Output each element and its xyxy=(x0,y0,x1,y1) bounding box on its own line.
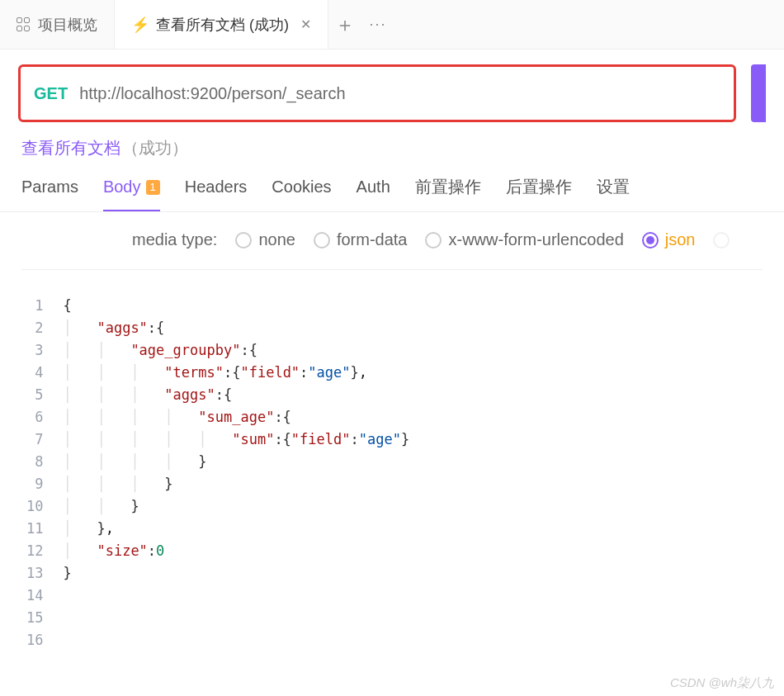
request-box[interactable]: GET http://localhost:9200/person/_search xyxy=(18,64,736,122)
tab-params[interactable]: Params xyxy=(21,176,78,211)
radio-icon xyxy=(713,232,730,249)
radio-extra[interactable] xyxy=(713,232,730,249)
watermark: CSDN @wh柒八九 xyxy=(670,675,774,691)
tab-body[interactable]: Body1 xyxy=(103,176,160,211)
tab-cookies[interactable]: Cookies xyxy=(272,176,331,211)
breadcrumb-link[interactable]: 查看所有文档 xyxy=(21,137,120,159)
radio-icon xyxy=(314,232,330,249)
tab-label: 项目概览 xyxy=(38,15,97,35)
send-button[interactable] xyxy=(751,64,766,122)
close-icon[interactable]: ✕ xyxy=(300,17,311,32)
tab-headers[interactable]: Headers xyxy=(185,176,248,211)
breadcrumb-suffix: （成功） xyxy=(122,137,188,159)
code-editor[interactable]: 12345678910111213141516 { │ "aggs":{ │ │… xyxy=(21,269,763,651)
line-gutter: 12345678910111213141516 xyxy=(21,295,63,651)
body-badge: 1 xyxy=(146,180,160,195)
http-method[interactable]: GET xyxy=(34,84,68,103)
request-url[interactable]: http://localhost:9200/person/_search xyxy=(79,84,345,103)
request-row: GET http://localhost:9200/person/_search xyxy=(18,64,766,122)
tab-auth[interactable]: Auth xyxy=(357,176,390,211)
tabs-bar: 项目概览 ⚡ 查看所有文档 (成功) ✕ ＋ ··· xyxy=(0,0,784,50)
tab-overview[interactable]: 项目概览 xyxy=(0,0,115,49)
media-label: media type: xyxy=(132,230,217,249)
media-type-row: media type: none form-data x-www-form-ur… xyxy=(132,230,784,249)
radio-urlencoded[interactable]: x-www-form-urlencoded xyxy=(425,230,623,249)
radio-json[interactable]: json xyxy=(642,230,696,249)
code-body[interactable]: { │ "aggs":{ │ │ "age_groupby":{ │ │ │ "… xyxy=(63,295,409,651)
radio-icon xyxy=(642,232,659,249)
doc-icon: ⚡ xyxy=(131,16,149,34)
radio-icon xyxy=(425,232,442,249)
breadcrumb: 查看所有文档 （成功） xyxy=(21,137,763,159)
grid-icon xyxy=(17,17,31,32)
tab-pre-action[interactable]: 前置操作 xyxy=(415,176,481,211)
add-tab-button[interactable]: ＋ xyxy=(328,12,361,38)
radio-form-data[interactable]: form-data xyxy=(314,230,408,249)
tab-settings[interactable]: 设置 xyxy=(597,176,630,211)
more-tabs-button[interactable]: ··· xyxy=(361,16,394,33)
tab-label: 查看所有文档 (成功) xyxy=(156,15,289,35)
request-tabs: Params Body1 Headers Cookies Auth 前置操作 后… xyxy=(21,176,763,211)
tab-post-action[interactable]: 后置操作 xyxy=(506,176,572,211)
radio-none[interactable]: none xyxy=(235,230,295,249)
radio-icon xyxy=(235,232,252,249)
tab-active-doc[interactable]: ⚡ 查看所有文档 (成功) ✕ xyxy=(115,0,328,49)
divider xyxy=(0,211,784,212)
